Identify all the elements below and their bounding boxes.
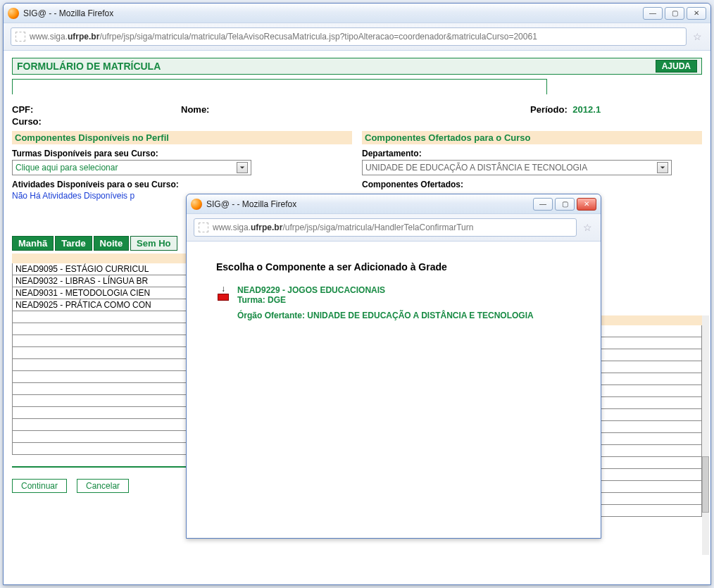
list-item[interactable]: NEAD9095 - ESTÁGIO CURRICUL xyxy=(12,263,189,275)
folder-icon xyxy=(218,294,229,301)
component-pick-text: NEAD9229 - JOGOS EDUCACIONAIS Turma: DGE… xyxy=(237,285,534,320)
popup-window-buttons: — ▢ ✕ xyxy=(533,198,596,211)
arrow-down-icon: ↓ xyxy=(221,285,225,292)
url-pre: www.siga. xyxy=(213,223,251,232)
window-buttons: — ▢ ✕ xyxy=(643,7,706,20)
bookmark-star-icon[interactable]: ☆ xyxy=(581,221,594,234)
list-item-empty xyxy=(12,359,189,371)
list-item-empty xyxy=(12,383,189,395)
atividades-label: Atividades Disponíveis para o seu Curso: xyxy=(12,180,352,189)
close-button[interactable]: ✕ xyxy=(687,7,706,20)
popup-titlebar: SIG@ - - Mozilla Firefox — ▢ ✕ xyxy=(187,194,601,214)
popup-url-field[interactable]: www.siga.ufrpe.br/ufrpe/jsp/siga/matricu… xyxy=(194,218,577,237)
component-turma: Turma: DGE xyxy=(237,295,286,305)
right-scrollbar[interactable] xyxy=(702,315,709,555)
close-button[interactable]: ✕ xyxy=(577,198,596,211)
maximize-button[interactable]: ▢ xyxy=(555,198,575,211)
url-post: /ufrpe/jsp/siga/matricula/matricula/Tela… xyxy=(99,32,537,42)
departamento-select[interactable]: UNIDADE DE EDUCAÇÃO A DISTÂNCIA E TECNOL… xyxy=(362,160,672,175)
right-grid xyxy=(589,315,702,517)
info-row-2: Curso: xyxy=(12,116,702,127)
scrollbar-thumb[interactable] xyxy=(702,456,709,513)
main-addressbar: www.siga.ufrpe.br/ufrpe/jsp/siga/matricu… xyxy=(4,23,710,51)
minimize-button[interactable]: — xyxy=(643,7,663,20)
curso-label: Curso: xyxy=(12,116,42,127)
bookmark-star-icon[interactable]: ☆ xyxy=(691,30,703,43)
components-list: NEAD9095 - ESTÁGIO CURRICUL NEAD9032 - L… xyxy=(12,254,189,455)
component-pick-row[interactable]: ↓ NEAD9229 - JOGOS EDUCACIONAIS Turma: D… xyxy=(216,285,592,320)
site-identity-icon xyxy=(199,223,208,232)
list-item[interactable]: NEAD9025 - PRÁTICA COMO CON xyxy=(12,299,189,311)
columns: Componentes Disponíveis no Perfil Turmas… xyxy=(12,131,702,201)
list-item-empty xyxy=(12,347,189,359)
firefox-icon xyxy=(8,8,19,19)
cpf-label: CPF: xyxy=(12,104,33,115)
list-item-empty xyxy=(12,419,189,431)
help-button[interactable]: AJUDA xyxy=(656,60,697,73)
list-item-empty xyxy=(12,431,189,443)
turmas-select-text: Clique aqui para selecionar xyxy=(15,163,118,173)
right-column: Componentes Ofertados para o Curso Depar… xyxy=(362,131,702,201)
header-frame xyxy=(12,79,547,94)
url-host: ufrpe.br xyxy=(251,223,282,232)
list-item-empty xyxy=(12,443,189,455)
popup-addressbar: www.siga.ufrpe.br/ufrpe/jsp/siga/matricu… xyxy=(187,214,601,242)
tab-tarde[interactable]: Tarde xyxy=(55,236,92,251)
list-header-strip xyxy=(12,254,189,263)
periodo-label: Período: xyxy=(530,104,568,115)
chevron-down-icon xyxy=(237,162,248,173)
main-titlebar: SIG@ - - Mozilla Firefox — ▢ ✕ xyxy=(4,4,710,23)
list-item-empty xyxy=(12,371,189,383)
component-orgao: Órgão Ofertante: UNIDADE DE EDUCAÇÃO A D… xyxy=(237,311,534,320)
form-header: FORMULÁRIO DE MATRÍCULA AJUDA xyxy=(12,58,702,75)
info-row-1: CPF: Nome: Período: 2012.1 xyxy=(12,104,702,115)
left-column: Componentes Disponíveis no Perfil Turmas… xyxy=(12,131,352,201)
firefox-icon xyxy=(191,199,202,210)
minimize-button[interactable]: — xyxy=(533,198,553,211)
popup-heading: Escolha o Componente a ser Adicionado à … xyxy=(216,261,592,273)
list-item-empty xyxy=(12,407,189,419)
maximize-button[interactable]: ▢ xyxy=(665,7,684,20)
ofertados-label: Componentes Ofertados: xyxy=(362,180,702,189)
url-pre: www.siga. xyxy=(30,32,68,42)
component-code: NEAD9229 - JOGOS EDUCACIONAIS xyxy=(237,285,385,295)
tab-noite[interactable]: Noite xyxy=(94,236,130,251)
turmas-select[interactable]: Clique aqui para selecionar xyxy=(12,160,251,175)
nome-label: Nome: xyxy=(181,104,209,115)
list-item[interactable]: NEAD9032 - LIBRAS - LÍNGUA BR xyxy=(12,275,189,287)
list-item-empty xyxy=(12,311,189,323)
turmas-label: Turmas Disponíveis para seu Curso: xyxy=(12,149,352,158)
list-item-empty xyxy=(12,323,189,335)
url-post: /ufrpe/jsp/siga/matricula/HandlerTelaCon… xyxy=(282,223,473,232)
form-title: FORMULÁRIO DE MATRÍCULA xyxy=(17,61,656,72)
tab-sem-horario[interactable]: Sem Ho xyxy=(130,236,177,251)
periodo-value: 2012.1 xyxy=(572,104,601,115)
list-item[interactable]: NEAD9031 - METODOLOGIA CIEN xyxy=(12,287,189,299)
add-component-icon[interactable]: ↓ xyxy=(216,285,230,301)
right-section-header: Componentes Ofertados para o Curso xyxy=(362,131,702,144)
continue-button[interactable]: Continuar xyxy=(12,479,67,493)
list-item-empty xyxy=(12,395,189,407)
chevron-down-icon xyxy=(657,162,668,173)
popup-body: Escolha o Componente a ser Adicionado à … xyxy=(187,242,601,537)
popup-window: SIG@ - - Mozilla Firefox — ▢ ✕ www.siga.… xyxy=(186,194,601,539)
main-url-field[interactable]: www.siga.ufrpe.br/ufrpe/jsp/siga/matricu… xyxy=(11,27,687,46)
url-host: ufrpe.br xyxy=(68,32,99,42)
left-section-header: Componentes Disponíveis no Perfil xyxy=(12,131,352,144)
popup-window-title: SIG@ - - Mozilla Firefox xyxy=(206,199,533,209)
departamento-label: Departamento: xyxy=(362,149,702,158)
tab-manha[interactable]: Manhã xyxy=(12,236,54,251)
site-identity-icon xyxy=(15,32,25,42)
main-window-title: SIG@ - - Mozilla Firefox xyxy=(23,8,643,18)
departamento-select-text: UNIDADE DE EDUCAÇÃO A DISTÂNCIA E TECNOL… xyxy=(365,163,587,173)
list-item-empty xyxy=(12,335,189,347)
cancel-button[interactable]: Cancelar xyxy=(77,479,129,493)
